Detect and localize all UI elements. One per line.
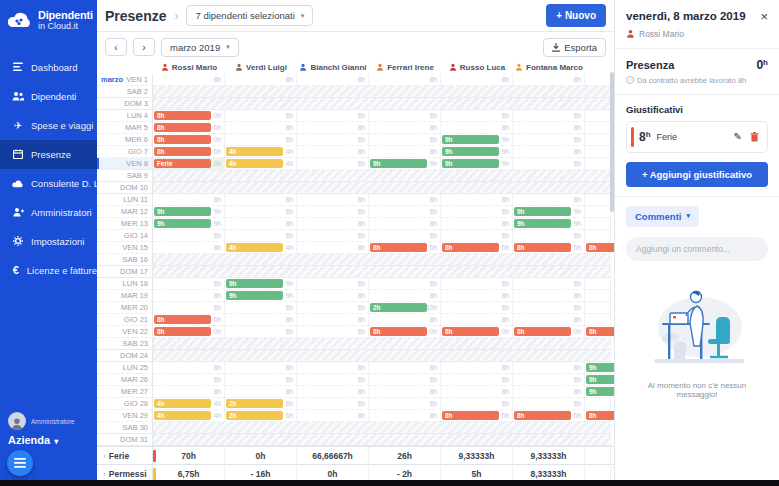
month-selector[interactable]: marzo 2019 ▾ [161,38,239,57]
grid-cell[interactable] [585,206,611,218]
grid-cell[interactable]: 8h [441,290,513,302]
attendance-bar[interactable]: 9h [226,291,283,300]
grid-cell[interactable]: 8h [513,230,585,242]
grid-cell[interactable]: 8h [585,326,611,338]
grid-cell[interactable]: 8h [225,134,297,146]
grid-cell[interactable]: 8h [225,386,297,398]
grid-cell[interactable]: 8h [369,194,441,206]
grid-cell[interactable]: 8h [225,362,297,374]
grid-cell[interactable]: 9h [585,362,611,374]
attendance-bar[interactable]: 8h [154,123,211,132]
sidebar-item-amministratori[interactable]: Amministratori [0,198,97,227]
grid-cell[interactable]: 8h [297,122,369,134]
chat-launcher-button[interactable] [7,450,33,476]
grid-cell[interactable]: 8h [513,314,585,326]
attendance-bar[interactable]: 8h [586,327,614,336]
export-button[interactable]: Esporta [543,38,606,57]
summary-label[interactable]: ›Ferie [97,447,153,465]
grid-cell[interactable] [585,230,611,242]
comments-toggle[interactable]: Commenti ▾ [626,206,699,227]
grid-cell[interactable]: 8h [513,146,585,158]
sidebar-item-consulente[interactable]: Consulente D. L. [0,169,97,198]
grid-cell[interactable]: 8h [513,74,585,86]
grid-cell[interactable]: 8h0h [153,110,225,122]
attendance-bar[interactable]: 8h [586,243,614,252]
attendance-bar[interactable]: 4h [154,399,211,408]
grid-cell[interactable]: 8h [297,410,369,422]
grid-cell[interactable]: 8h [225,302,297,314]
grid-cell[interactable]: 8h [297,146,369,158]
grid-cell[interactable]: 9h [585,386,611,398]
grid-cell[interactable]: 8h0h [513,242,585,254]
grid-cell[interactable]: 8h [369,290,441,302]
grid-cell[interactable]: 8h [513,362,585,374]
attendance-bar[interactable]: 9h [586,387,614,396]
attendance-bar[interactable]: 8h [442,327,499,336]
grid-cell[interactable]: 8h [369,314,441,326]
grid-cell[interactable]: 8h [297,134,369,146]
grid-cell[interactable]: 8h [441,362,513,374]
prev-month-button[interactable]: ‹ [105,38,127,56]
attendance-bar[interactable]: 9h [586,375,614,384]
grid-cell[interactable] [585,278,611,290]
grid-cell[interactable]: Ferie0h [153,158,225,170]
grid-cell[interactable]: 8h [297,242,369,254]
attendance-bar[interactable]: 9h [442,159,499,168]
grid-cell[interactable]: 8h [225,230,297,242]
grid-cell[interactable]: 8h [513,278,585,290]
grid-cell[interactable]: 8h [513,158,585,170]
comment-input[interactable] [626,237,768,261]
employee-column-header[interactable]: Ferrari Irene [369,63,441,72]
attendance-bar[interactable]: 2h [226,399,283,408]
app-logo[interactable]: Dipendenti in Cloud.it [0,0,97,39]
grid-cell[interactable]: 8h [441,302,513,314]
grid-cell[interactable] [585,74,611,86]
grid-cell[interactable]: 8h [153,242,225,254]
grid-cell[interactable]: 8h0h [153,122,225,134]
grid-cell[interactable]: 8h0h [441,242,513,254]
grid-cell[interactable]: 8h [441,122,513,134]
grid-cell[interactable]: 8h [369,146,441,158]
grid-cell[interactable]: 8h [513,134,585,146]
grid-cell[interactable]: 9h9h [153,218,225,230]
grid-cell[interactable]: 8h [297,194,369,206]
grid-cell[interactable]: 8h0h [153,314,225,326]
grid-cell[interactable]: 8h0h [153,134,225,146]
grid-cell[interactable]: 8h [441,194,513,206]
grid-cell[interactable]: 8h0h [369,242,441,254]
grid-cell[interactable]: 4h4h [225,146,297,158]
employee-column-header[interactable]: Bianchi Gianni [297,63,369,72]
grid-cell[interactable]: 8h [369,386,441,398]
grid-cell[interactable]: 8h [225,374,297,386]
grid-cell[interactable]: 8h [369,398,441,410]
user-card[interactable]: Amministratore Azienda▾ [8,412,75,446]
sidebar-item-dashboard[interactable]: Dashboard [0,53,97,82]
grid-cell[interactable]: 8h [441,398,513,410]
grid-cell[interactable]: 8h [297,374,369,386]
grid-cell[interactable]: 8h [369,374,441,386]
attendance-bar[interactable]: 9h [154,207,211,216]
grid-cell[interactable]: 8h [441,230,513,242]
grid-cell[interactable]: 2h10h [369,302,441,314]
grid-cell[interactable]: 8h [513,386,585,398]
next-month-button[interactable]: › [133,38,155,56]
grid-cell[interactable]: 8h [369,410,441,422]
trash-icon[interactable] [750,132,759,142]
grid-cell[interactable]: 8h [369,278,441,290]
grid-cell[interactable] [585,122,611,134]
attendance-bar[interactable]: 9h [226,279,283,288]
grid-cell[interactable]: 2h6h [225,410,297,422]
sidebar-item-licenze-e-fatture[interactable]: €Licenze e fatture [0,256,97,285]
grid-cell[interactable]: 9h [585,374,611,386]
grid-cell[interactable]: 8h [297,206,369,218]
attendance-bar[interactable]: 2h [226,411,283,420]
grid-cell[interactable]: 8h [153,74,225,86]
attendance-bar[interactable]: 8h [370,327,427,336]
grid-cell[interactable]: 4h4h [153,410,225,422]
grid-cell[interactable]: 8h [297,314,369,326]
attendance-bar[interactable]: 8h [442,411,499,420]
add-giustificativo-button[interactable]: + Aggiungi giustificativo [626,162,768,187]
grid-cell[interactable]: 8h [225,314,297,326]
grid-cell[interactable]: 8h0h [513,326,585,338]
grid-cell[interactable] [585,290,611,302]
